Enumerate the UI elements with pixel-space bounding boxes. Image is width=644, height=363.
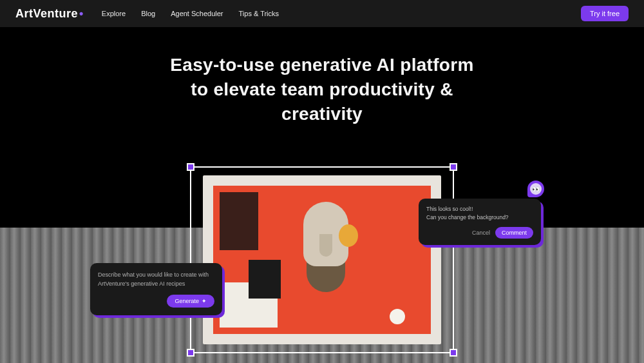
resize-handle-top-right[interactable] [450, 163, 457, 171]
art-shape [319, 234, 332, 257]
prompt-card: Describe what you would like to create w… [90, 263, 222, 315]
nav-links: Explore Blog Agent Scheduler Tips & Tric… [102, 10, 279, 17]
generate-button-label: Generate [175, 298, 199, 304]
logo-dot-icon [78, 7, 84, 20]
generate-button[interactable]: Generate ✦ [167, 295, 214, 308]
navbar: ArtVenture Explore Blog Agent Scheduler … [0, 0, 644, 27]
art-shape [249, 260, 281, 299]
selection-frame[interactable] [190, 166, 454, 353]
avatar-emoji-icon: 👀 [530, 183, 542, 195]
nav-link-explore[interactable]: Explore [102, 10, 126, 17]
cancel-button[interactable]: Cancel [472, 230, 490, 236]
sparkle-icon: ✦ [202, 298, 207, 304]
logo[interactable]: ArtVenture [15, 7, 84, 21]
nav-link-tips-tricks[interactable]: Tips & Tricks [239, 10, 279, 17]
artwork-image [213, 186, 431, 334]
hero-title: Easy-to-use generative AI platform to el… [13, 53, 631, 126]
logo-text: ArtVenture [15, 7, 78, 20]
comment-actions: Cancel Comment [426, 227, 533, 239]
avatar-badge[interactable]: 👀 [527, 181, 544, 197]
try-free-button[interactable]: Try it free [581, 6, 629, 21]
canvas-area: Describe what you would like to create w… [190, 166, 454, 353]
comment-text: This looks so cool!! Can you change the … [426, 205, 533, 222]
comment-card: 👀 This looks so cool!! Can you change th… [419, 199, 541, 245]
comment-button[interactable]: Comment [495, 227, 533, 239]
hero-title-line2: to elevate team productivity & [191, 79, 453, 99]
hero-title-line3: creativity [281, 104, 363, 124]
art-shape [339, 224, 358, 247]
resize-handle-bottom-right[interactable] [450, 349, 457, 357]
comment-line2: Can you change the background? [426, 214, 509, 221]
nav-link-blog[interactable]: Blog [141, 10, 155, 17]
resize-handle-bottom-left[interactable] [187, 349, 194, 357]
nav-link-agent-scheduler[interactable]: Agent Scheduler [171, 10, 223, 17]
art-shape [390, 309, 405, 324]
artwork-frame [203, 175, 441, 344]
hero-section: Easy-to-use generative AI platform to el… [0, 27, 644, 126]
resize-handle-top-left[interactable] [187, 163, 194, 171]
prompt-placeholder-text[interactable]: Describe what you would like to create w… [98, 271, 214, 288]
art-shape [220, 192, 258, 250]
hero-title-line1: Easy-to-use generative AI platform [170, 55, 473, 75]
nav-left: ArtVenture Explore Blog Agent Scheduler … [15, 7, 279, 21]
comment-line1: This looks so cool!! [426, 206, 473, 212]
art-head [290, 202, 361, 299]
